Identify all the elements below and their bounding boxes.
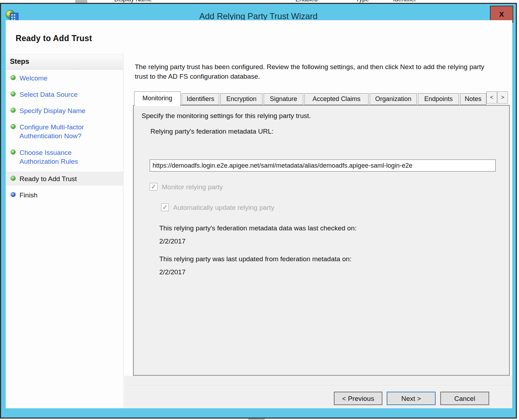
window-title: Add Relying Party Trust Wizard: [0, 11, 517, 21]
monitor-relying-party-label: Monitor relying party: [162, 183, 223, 191]
monitoring-description: Specify the monitoring settings for this…: [142, 112, 311, 120]
steps-header: Steps: [10, 57, 29, 66]
background-column-enabled: Enabled: [296, 0, 318, 3]
step-label[interactable]: Welcome: [20, 74, 112, 83]
tab-monitoring[interactable]: Monitoring: [134, 91, 181, 106]
last-checked-value: 2/2/2017: [159, 237, 186, 245]
background-window-sliver: Display Name Enabled Type Identifier: [0, 0, 519, 3]
step-done-bullet-icon: [11, 124, 16, 129]
monitoring-tab-panel: Specify the monitoring settings for this…: [133, 105, 510, 376]
step-label[interactable]: Finish: [20, 191, 112, 200]
step-done-bullet-icon: [11, 91, 16, 96]
tab-scroll-right-button[interactable]: >: [497, 91, 508, 103]
last-updated-value: 2/2/2017: [159, 268, 186, 276]
tab-scroll-left-button[interactable]: <: [486, 91, 497, 103]
step-label[interactable]: Configure Multi-factor Authentication No…: [20, 123, 105, 140]
federation-metadata-url-input[interactable]: [150, 159, 496, 172]
last-updated-label: This relying party was last updated from…: [159, 255, 352, 263]
tab-endpoints[interactable]: Endpoints: [418, 93, 459, 105]
tab-organization[interactable]: Organization: [370, 93, 417, 105]
dialog-body: Ready to Add Trust Steps Welcome Select …: [6, 20, 512, 408]
sidebar-divider: [123, 54, 123, 408]
auto-update-label: Automatically update relying party: [173, 204, 274, 212]
step-label[interactable]: Select Data Source: [20, 90, 112, 99]
titlebar[interactable]: Add Relying Party Trust Wizard x: [0, 3, 517, 20]
previous-button[interactable]: < Previous: [334, 392, 382, 405]
cancel-button[interactable]: Cancel: [440, 392, 489, 405]
footer-divider: [124, 386, 512, 386]
background-column-type: Type: [356, 0, 369, 3]
background-column-display-name: Display Name: [114, 0, 152, 3]
tab-identifiers[interactable]: Identifiers: [182, 93, 219, 105]
tab-strip: Monitoring Identifiers Encryption Signat…: [133, 91, 510, 105]
tab-encryption[interactable]: Encryption: [220, 93, 263, 105]
step-upcoming-bullet-icon: [11, 192, 16, 197]
background-column-identifier: Identifier: [393, 0, 416, 3]
step-label[interactable]: Specify Display Name: [20, 106, 112, 115]
step-done-bullet-icon: [11, 108, 16, 113]
background-scrollbar-fragment: [75, 0, 87, 3]
tab-notes[interactable]: Notes: [460, 93, 486, 105]
step-done-bullet-icon: [11, 150, 16, 155]
page-title: Ready to Add Trust: [16, 34, 92, 43]
next-button[interactable]: Next >: [387, 392, 436, 405]
last-checked-label: This relying party's federation metadata…: [159, 224, 357, 232]
tab-accepted-claims[interactable]: Accepted Claims: [304, 93, 369, 105]
step-label[interactable]: Choose Issuance Authorization Rules: [20, 148, 105, 166]
intro-text: The relying party trust has been configu…: [135, 62, 490, 81]
federation-metadata-url-label: Relying party's federation metadata URL:: [150, 128, 274, 135]
auto-update-checkbox[interactable]: ✓: [161, 203, 169, 211]
steps-header-band: Steps: [6, 54, 123, 69]
step-label[interactable]: Ready to Add Trust: [20, 174, 112, 183]
step-done-bullet-icon: [11, 176, 16, 181]
background-bottom-fragment: [248, 419, 265, 420]
step-done-bullet-icon: [11, 75, 16, 80]
screen: Display Name Enabled Type Identifier Add…: [0, 0, 519, 420]
monitor-relying-party-checkbox[interactable]: ✓: [150, 183, 158, 191]
tab-signature[interactable]: Signature: [264, 93, 303, 105]
